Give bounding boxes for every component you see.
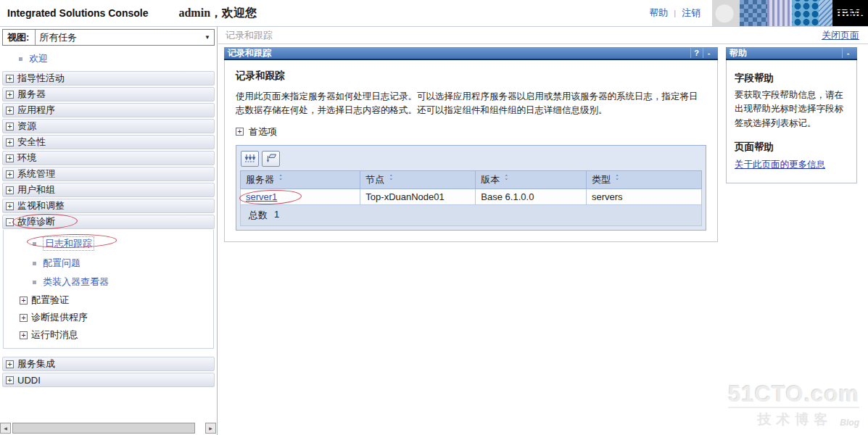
sidebar-item-diagnostic-providers[interactable]: + 诊断提供程序 <box>4 309 213 326</box>
table-header-row: 服务器 ˄˅ 节点 ˄˅ 版本 ˄˅ <box>241 170 702 188</box>
decorative-banner: IBM. <box>712 0 868 26</box>
scroll-left-icon[interactable]: ◀ <box>0 423 11 434</box>
welcome-link[interactable]: 欢迎 <box>29 52 48 65</box>
breadcrumb-bar: 记录和跟踪 关闭页面 <box>218 27 868 44</box>
link-separator: | <box>674 9 676 17</box>
help-panel-body: 字段帮助 要获取字段帮助信息，请在出现帮助光标时选择字段标签或选择列表标记。 页… <box>726 60 857 183</box>
help-panel-title: 帮助 <box>729 47 842 59</box>
column-header-version[interactable]: 版本 ˄˅ <box>476 170 587 188</box>
expand-icon[interactable]: + <box>236 128 244 136</box>
banner-dots-tile <box>792 0 819 26</box>
sidebar-item-applications[interactable]: + 应用程序 <box>2 103 215 117</box>
horizontal-scrollbar[interactable]: ◀ ▶ <box>0 422 216 434</box>
expand-icon[interactable]: + <box>6 91 14 99</box>
sidebar-item-servers[interactable]: + 服务器 <box>2 87 215 102</box>
help-link[interactable]: 帮助 <box>649 7 668 20</box>
sidebar-item-service-integration[interactable]: + 服务集成 <box>2 357 215 371</box>
servers-table-container: 服务器 ˄˅ 节点 ˄˅ 版本 ˄˅ <box>236 145 706 231</box>
expand-icon[interactable]: + <box>6 376 14 384</box>
banner-wave-tile <box>819 0 832 26</box>
watermark-blog: Blog <box>840 418 859 429</box>
expand-icon[interactable]: + <box>20 331 28 339</box>
sidebar-item-troubleshooting[interactable]: - 故障诊断 <box>2 215 215 229</box>
sort-icon[interactable]: ˄˅ <box>505 176 508 183</box>
column-header-server[interactable]: 服务器 ˄˅ <box>241 170 360 188</box>
show-filter-button[interactable] <box>241 151 259 167</box>
show-filter-icon <box>244 154 256 163</box>
panel-body: 记录和跟踪 使用此页面来指定服务器如何处理日志记录。可以选择应用程序服务器以启用… <box>224 60 718 242</box>
chevron-down-icon[interactable]: ▼ <box>204 34 210 41</box>
logging-tracing-link[interactable]: 日志和跟踪 <box>43 236 94 251</box>
column-header-node[interactable]: 节点 ˄˅ <box>360 170 476 188</box>
sidebar-item-configuration-problems[interactable]: 配置问题 <box>4 254 213 273</box>
preferences-toggle[interactable]: + 首选项 <box>236 125 706 138</box>
sidebar-item-label: 用户和组 <box>17 183 55 196</box>
close-page-link[interactable]: 关闭页面 <box>822 29 859 42</box>
scrollbar-thumb[interactable] <box>12 423 195 434</box>
sidebar-item-configuration-validation[interactable]: + 配置验证 <box>4 291 213 309</box>
help-minimize-button[interactable]: - <box>842 48 853 58</box>
page-help-heading: 页面帮助 <box>735 141 848 154</box>
configuration-problems-link[interactable]: 配置问题 <box>43 257 80 270</box>
sidebar-item-welcome[interactable]: 欢迎 <box>0 47 217 70</box>
expand-icon[interactable]: + <box>6 170 14 178</box>
ibm-logo: IBM. <box>832 0 868 26</box>
expand-icon[interactable]: + <box>6 123 14 130</box>
sidebar-item-guided-activities[interactable]: + 指导性活动 <box>2 71 215 86</box>
expand-icon[interactable]: + <box>20 297 28 304</box>
expand-icon[interactable]: + <box>6 202 14 210</box>
page-help-link[interactable]: 关于此页面的更多信息 <box>735 160 825 170</box>
help-panel: 帮助 - 字段帮助 要获取字段帮助信息，请在出现帮助光标时选择字段标签或选择列表… <box>726 47 857 183</box>
navigation-sidebar: 视图: 所有任务 ▼ 欢迎 + 指导性活动 + 服务器 + 应用程序 + 资源 … <box>0 27 218 435</box>
collapse-icon[interactable]: - <box>6 218 14 226</box>
sidebar-item-system-administration[interactable]: + 系统管理 <box>2 167 215 181</box>
server1-link[interactable]: server1 <box>246 191 277 202</box>
view-dropdown[interactable]: 所有任务 ▼ <box>35 30 214 45</box>
expand-icon[interactable]: + <box>20 314 28 322</box>
sidebar-item-environment[interactable]: + 环境 <box>2 151 215 165</box>
field-help-text: 要获取字段帮助信息，请在出现帮助光标时选择字段标签或选择列表标记。 <box>735 88 848 130</box>
banner-stripes-tile <box>767 0 792 26</box>
expand-icon[interactable]: + <box>6 107 14 115</box>
clear-filter-button[interactable] <box>262 151 280 167</box>
class-loader-viewer-link[interactable]: 类装入器查看器 <box>43 276 109 289</box>
logout-link[interactable]: 注销 <box>682 7 700 20</box>
expand-icon[interactable]: + <box>6 360 14 368</box>
sidebar-item-resources[interactable]: + 资源 <box>2 119 215 133</box>
panel-minimize-button[interactable]: - <box>703 48 714 58</box>
sidebar-item-users-groups[interactable]: + 用户和组 <box>2 183 215 197</box>
sidebar-item-security[interactable]: + 安全性 <box>2 135 215 149</box>
view-selector[interactable]: 视图: 所有任务 ▼ <box>2 29 215 46</box>
watermark-site: 51CTO.com <box>728 383 859 407</box>
expand-icon[interactable]: + <box>6 75 14 83</box>
sidebar-item-class-loader-viewer[interactable]: 类装入器查看器 <box>4 273 213 291</box>
sidebar-item-logging-tracing[interactable]: 日志和跟踪 <box>4 233 213 254</box>
panel-help-button[interactable]: ? <box>690 48 702 58</box>
sidebar-item-label: 运行时消息 <box>31 328 78 341</box>
sidebar-item-label: 安全性 <box>17 136 46 149</box>
sort-icon[interactable]: ˄˅ <box>279 176 282 183</box>
expand-icon[interactable]: + <box>6 186 14 194</box>
spacer <box>0 349 217 355</box>
node-cell: Top-xDuanNode01 <box>360 188 476 204</box>
sidebar-item-monitoring-tuning[interactable]: + 监视和调整 <box>2 199 215 213</box>
servers-table: 服务器 ˄˅ 节点 ˄˅ 版本 ˄˅ <box>240 170 702 205</box>
bullet-icon <box>33 242 36 246</box>
sidebar-item-label: 指导性活动 <box>17 72 65 85</box>
page-description: 使用此页面来指定服务器如何处理日志记录。可以选择应用程序服务器以启用或禁用该服务… <box>236 90 706 117</box>
scroll-right-icon[interactable]: ▶ <box>205 423 216 434</box>
server-cell: server1 <box>241 188 360 204</box>
type-cell: servers <box>586 188 701 204</box>
sidebar-item-runtime-messages[interactable]: + 运行时消息 <box>4 326 213 344</box>
view-label: 视图: <box>3 31 35 44</box>
column-header-type[interactable]: 类型 ˄˅ <box>586 170 701 188</box>
sidebar-item-label: 系统管理 <box>17 167 55 181</box>
sort-icon[interactable]: ˄˅ <box>616 176 619 183</box>
expand-icon[interactable]: + <box>6 154 14 162</box>
sidebar-item-label: 配置验证 <box>31 294 69 307</box>
clear-filter-icon <box>265 154 277 163</box>
sort-icon[interactable]: ˄˅ <box>389 176 392 183</box>
sidebar-item-uddi[interactable]: + UDDI <box>2 373 215 387</box>
expand-icon[interactable]: + <box>6 138 14 146</box>
bullet-icon <box>33 262 36 265</box>
